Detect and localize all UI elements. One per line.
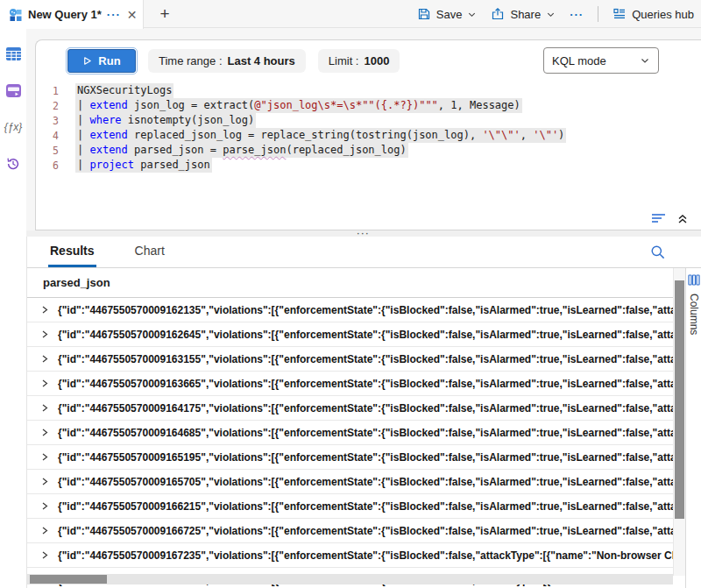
kql-code-editor[interactable]: 1 NGXSecurityLogs 2 | extend json_log = …: [36, 83, 701, 173]
table-row[interactable]: {"id":"4467550570009164175","violations"…: [27, 396, 673, 421]
new-tab-button[interactable]: +: [154, 4, 175, 25]
table-row[interactable]: {"id":"4467550570009164685","violations"…: [27, 421, 673, 445]
queries-hub-label: Queries hub: [632, 8, 694, 21]
tab-new-query-1[interactable]: New Query 1* ··· ✕: [0, 0, 144, 29]
play-icon: [82, 56, 92, 66]
filter-lines-icon[interactable]: [651, 212, 666, 224]
tab-more-menu[interactable]: ···: [107, 8, 121, 21]
row-json-text: {"id":"4467550570009166215","violations"…: [58, 500, 673, 513]
queries-hub-button[interactable]: Queries hub: [612, 7, 694, 21]
run-label: Run: [98, 54, 120, 67]
expand-row-chevron-icon[interactable]: [40, 403, 49, 413]
results-tab-bar: Results Chart: [27, 237, 701, 268]
query-mode-value: KQL mode: [552, 54, 606, 67]
limit-picker[interactable]: Limit : 1000: [318, 49, 400, 73]
adx-app-icon: [9, 8, 23, 22]
table-row[interactable]: {"id":"4467550570009166215","violations"…: [27, 494, 673, 519]
line-number: 5: [36, 143, 59, 158]
vertical-scrollbar[interactable]: [673, 268, 685, 576]
code-lines: 1 NGXSecurityLogs 2 | extend json_log = …: [36, 83, 701, 173]
time-range-picker[interactable]: Time range : Last 4 hours: [148, 49, 306, 73]
code-text: NGXSecurityLogs: [75, 83, 173, 98]
share-label: Share: [510, 8, 541, 21]
row-json-text: {"id":"4467550570009163665","violations"…: [58, 378, 673, 390]
limit-value: 1000: [364, 54, 389, 67]
query-doc-icon[interactable]: [4, 82, 22, 98]
table-row[interactable]: {"id":"4467550570009167235","violations"…: [27, 543, 673, 568]
expand-row-chevron-icon[interactable]: [40, 305, 49, 315]
line-number: 6: [36, 158, 59, 173]
chevron-down-icon: [546, 10, 556, 19]
pane-splitter[interactable]: ···: [26, 230, 701, 237]
save-label: Save: [436, 8, 463, 21]
save-icon: [417, 7, 431, 21]
column-header-parsed-json[interactable]: parsed_json: [27, 268, 673, 298]
results-panel: Results Chart parsed_json {"id":"4467550…: [26, 237, 701, 588]
limit-label: Limit :: [329, 54, 359, 67]
expand-row-chevron-icon[interactable]: [40, 526, 49, 535]
horizontal-scrollbar-thumb[interactable]: [30, 575, 107, 584]
line-number: 2: [36, 98, 59, 113]
share-icon: [491, 7, 505, 21]
code-line[interactable]: 4 | extend replaced_json_log = replace_s…: [36, 128, 701, 143]
function-icon[interactable]: {ƒx}: [4, 119, 22, 135]
table-row[interactable]: {"id":"4467550570009165705","violations"…: [27, 470, 673, 494]
search-icon[interactable]: [649, 244, 666, 264]
chevron-down-icon: [467, 10, 477, 19]
line-number: 4: [36, 128, 59, 143]
expand-row-chevron-icon[interactable]: [40, 452, 49, 462]
table-row[interactable]: {"id":"4467550570009162645","violations"…: [27, 322, 673, 347]
expand-row-chevron-icon[interactable]: [40, 501, 49, 511]
table-row[interactable]: {"id":"4467550570009165195","violations"…: [27, 445, 673, 470]
query-mode-select[interactable]: KQL mode: [543, 47, 659, 74]
code-line[interactable]: 5 | extend parsed_json = parse_json(repl…: [36, 143, 701, 158]
tab-title: New Query 1*: [28, 8, 102, 21]
expand-row-chevron-icon[interactable]: [40, 477, 49, 486]
share-button[interactable]: Share: [491, 7, 556, 21]
columns-side-panel[interactable]: Columns: [685, 268, 701, 588]
editor-tools: [651, 212, 689, 224]
code-line[interactable]: 2 | extend json_log = extract(@"json_log…: [36, 98, 701, 113]
horizontal-scrollbar[interactable]: [27, 574, 673, 584]
save-button[interactable]: Save: [417, 7, 478, 21]
query-tab-bar: New Query 1* ··· ✕ + Save: [0, 0, 701, 28]
table-row[interactable]: {"id":"4467550570009166725","violations"…: [27, 519, 673, 543]
vertical-scrollbar-thumb[interactable]: [675, 280, 684, 519]
table-row[interactable]: {"id":"4467550570009162135","violations"…: [27, 298, 673, 322]
code-text: | extend replaced_json_log = replace_str…: [75, 128, 566, 143]
expand-row-chevron-icon[interactable]: [40, 379, 49, 388]
table-row[interactable]: {"id":"4467550570009163155","violations"…: [27, 347, 673, 372]
collapse-chevrons-icon[interactable]: [676, 212, 689, 224]
code-text: | extend json_log = extract(@"json_log\s…: [75, 98, 522, 113]
grid-rows: {"id":"4467550570009162135","violations"…: [27, 298, 701, 588]
row-json-text: {"id":"4467550570009162135","violations"…: [58, 304, 673, 316]
code-text: | project parsed_json: [75, 158, 212, 173]
expand-row-chevron-icon[interactable]: [40, 354, 49, 364]
row-json-text: {"id":"4467550570009163155","violations"…: [58, 353, 673, 365]
expand-row-chevron-icon[interactable]: [40, 428, 49, 437]
table-icon[interactable]: [4, 46, 22, 61]
query-panel: Run Time range : Last 4 hours Limit : 10…: [26, 28, 701, 230]
code-line[interactable]: 3 | where isnotempty(json_log): [36, 113, 701, 128]
history-icon[interactable]: [4, 156, 22, 172]
code-text: | where isnotempty(json_log): [75, 113, 256, 128]
expand-row-chevron-icon[interactable]: [40, 329, 49, 339]
more-commands-button[interactable]: ···: [570, 8, 584, 21]
command-bar: Save Share ···: [417, 0, 694, 28]
queries-hub-icon: [612, 7, 627, 21]
splitter-grip-icon: ···: [358, 231, 371, 237]
tab-results[interactable]: Results: [48, 237, 96, 267]
code-line[interactable]: 1 NGXSecurityLogs: [36, 83, 701, 98]
table-row[interactable]: {"id":"4467550570009163665","violations"…: [27, 372, 673, 396]
columns-icon: [688, 274, 700, 286]
query-card: Run Time range : Last 4 hours Limit : 10…: [35, 39, 701, 230]
expand-row-chevron-icon[interactable]: [40, 550, 49, 560]
divider: [598, 6, 598, 22]
code-line[interactable]: 6 | project parsed_json: [36, 158, 701, 173]
time-range-label: Time range :: [159, 54, 223, 67]
row-json-text: {"id":"4467550570009162645","violations"…: [58, 329, 673, 341]
run-button[interactable]: Run: [67, 49, 136, 73]
tab-chart[interactable]: Chart: [133, 237, 166, 267]
tab-close-icon[interactable]: ✕: [127, 9, 138, 21]
chevron-down-icon: [640, 55, 650, 66]
